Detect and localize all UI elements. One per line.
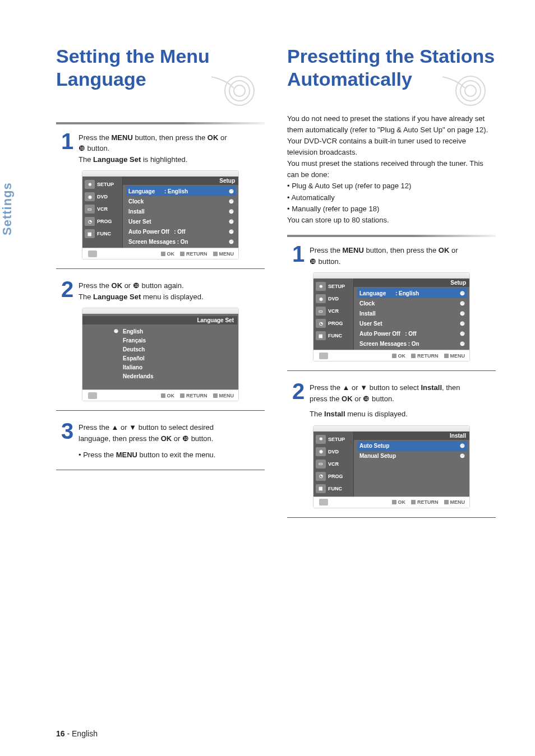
gear-icon: ✸: [316, 282, 326, 291]
prog-icon: ◔: [85, 217, 95, 226]
osd-footer-return: RETURN: [186, 393, 207, 398]
page-number: 16: [56, 729, 65, 738]
text: ❿ button.: [79, 144, 109, 152]
text: The: [79, 155, 93, 164]
text-bold: MENU: [112, 133, 133, 142]
osd-footer-ok: OK: [167, 251, 175, 257]
osd-side-label: SETUP: [97, 182, 114, 187]
intro-p4: You can store up to 80 stations.: [287, 215, 496, 226]
osd-row-label: Auto Power Off: [128, 229, 169, 235]
svg-point-2: [234, 85, 245, 96]
text: button to exit the menu.: [137, 451, 215, 459]
svg-point-5: [465, 85, 476, 96]
dvd-icon: ◉: [316, 447, 326, 456]
page-footer: 16 - English: [56, 729, 98, 738]
lang-item: Deutsch: [114, 345, 235, 354]
gear-icon: ✸: [85, 180, 95, 189]
chevron-right-icon: ❿: [460, 321, 465, 327]
text: language, then press the: [79, 434, 161, 443]
svg-point-4: [460, 81, 481, 101]
lang-label: English: [123, 328, 143, 335]
osd-side-label: PROG: [97, 219, 112, 224]
lang-label: Español: [123, 355, 145, 361]
gear-icon: ✸: [316, 435, 326, 444]
rule: [56, 410, 265, 411]
intro-p3: You must preset the stations received th…: [287, 158, 496, 180]
osd-setup-screenshot: ✸SETUP ◉DVD ▭VCR ◔PROG ▦FUNC Setup Langu…: [82, 170, 239, 259]
text-bold: OK: [207, 133, 219, 142]
osd-footer-return: RETURN: [417, 353, 439, 359]
chevron-right-icon: ❿: [460, 331, 465, 337]
text: or ❿ button.: [172, 434, 213, 443]
text: menu is displayed.: [345, 410, 408, 418]
chevron-right-icon: ❿: [229, 198, 234, 205]
rule: [287, 370, 496, 371]
osd-sidebar: ✸SETUP ◉DVD ▭VCR ◔PROG ▦FUNC: [82, 177, 123, 248]
lang-label: Nederlands: [123, 373, 153, 379]
lang-label: Deutsch: [123, 346, 145, 353]
step-number: 2: [287, 380, 310, 402]
intro-block: You do not need to preset the stations i…: [287, 113, 496, 226]
vcr-icon: ▭: [316, 307, 326, 316]
dash: -: [65, 729, 72, 738]
osd-footer: OK RETURN MENU: [313, 497, 469, 508]
step-number: 3: [56, 420, 79, 442]
osd-row-value: : Off: [174, 229, 186, 235]
osd-footer-menu: MENU: [450, 353, 465, 359]
osd-footer-menu: MENU: [450, 499, 465, 505]
osd-side-label: PROG: [328, 321, 343, 326]
osd-setup-screenshot: ✸SETUP ◉DVD ▭VCR ◔PROG ▦FUNC Setup Langu…: [313, 272, 470, 361]
osd-footer-ok: OK: [167, 393, 175, 398]
osd-row-label: User Set: [128, 219, 151, 225]
step-number: 2: [56, 278, 79, 300]
text-bold: MENU: [343, 246, 364, 254]
chevron-right-icon: ❿: [460, 300, 465, 307]
right-step-2: 2 Press the ▲ or ▼ button to select Inst…: [287, 380, 496, 420]
play-icon: ❿: [114, 328, 119, 334]
text-bold: OK: [439, 246, 450, 254]
text: menu is displayed.: [141, 293, 203, 301]
rule: [56, 268, 265, 269]
osd-footer-menu: MENU: [219, 251, 234, 257]
intro-b1: • Plug & Auto Set up (refer to page 12): [287, 180, 496, 192]
osd-row-label: Install: [128, 208, 145, 215]
right-title: Presetting the Stations Automatically: [287, 45, 496, 113]
osd-footer: OK RETURN MENU: [82, 389, 238, 401]
osd-title: Setup: [354, 279, 469, 287]
text: Press the: [79, 133, 112, 142]
text: Press the: [79, 281, 112, 290]
osd-side-label: FUNC: [97, 231, 111, 236]
osd-row-label: Auto Power Off: [359, 331, 400, 337]
osd-row-label: User Set: [359, 321, 382, 327]
intro-b3: • Manually (refer to page 18): [287, 203, 496, 215]
osd-row: Screen Messages : On❿: [126, 236, 236, 247]
text: button, then press the: [133, 133, 207, 142]
rule: [56, 122, 265, 124]
func-icon: ▦: [316, 484, 326, 493]
text-bold: Language Set: [93, 293, 141, 301]
text: or: [218, 133, 227, 142]
text: • Press the: [79, 451, 116, 459]
right-step-1: 1 Press the MENU button, then press the …: [287, 243, 496, 267]
osd-row-label: Language: [128, 188, 155, 194]
page-lang: English: [72, 729, 98, 738]
osd-footer-ok: OK: [398, 353, 406, 359]
prog-icon: ◔: [316, 319, 326, 328]
osd-footer-ok: OK: [398, 499, 406, 505]
func-icon: ▦: [85, 229, 95, 238]
osd-row-selected: Auto Setup❿: [357, 441, 467, 451]
osd-row-selected: Language : English❿: [126, 186, 236, 196]
osd-row-value: : English: [395, 290, 419, 296]
chevron-right-icon: ❿: [229, 219, 234, 225]
osd-row: User Set❿: [357, 318, 467, 328]
func-icon: ▦: [316, 331, 326, 340]
text-bold: MENU: [116, 451, 137, 459]
nav-icon: [88, 251, 97, 257]
text-bold: OK: [112, 281, 123, 290]
chevron-right-icon: ❿: [229, 188, 234, 194]
left-column: Setting the Menu Language 1 Press the ME…: [56, 45, 265, 527]
prog-icon: ◔: [316, 472, 326, 481]
intro-b2: • Automatically: [287, 192, 496, 203]
dvd-icon: ◉: [316, 294, 326, 303]
osd-row: Clock❿: [357, 298, 467, 308]
